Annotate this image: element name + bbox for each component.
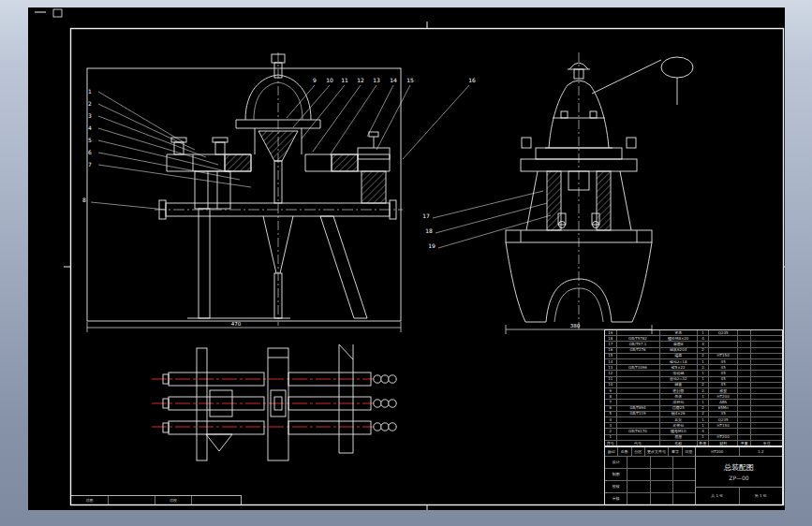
signature-name (627, 469, 650, 480)
signature-label: 审核 (605, 493, 627, 504)
strip-cell: 描校 (155, 496, 193, 504)
signature-row: 设计 (605, 457, 695, 469)
bom-cell-rem (751, 365, 782, 370)
sheet-total-cell: 共 1 张 (696, 488, 740, 504)
bom-cell-mat: 橡胶 (709, 388, 738, 393)
bom-cell-mat: Q235 (709, 330, 738, 335)
bom-cell-no: 5 (605, 412, 617, 416)
change-record-row: 标记 处数 分区 更改文件号 签字 日期 (605, 447, 695, 457)
bom-cell-mat: HT150 (709, 354, 738, 358)
signature-name (627, 493, 650, 504)
bom-cell-wt (738, 435, 751, 440)
bom-cell-rem (751, 354, 782, 358)
callout-number: 17 (422, 212, 430, 219)
scale-cell: 1:2 (740, 447, 783, 456)
bom-cell-rem (751, 342, 782, 346)
bom-cell-name: 密封圈 (660, 388, 698, 393)
bom-cell-code (617, 377, 660, 382)
bom-cell-qty: 2 (698, 354, 710, 358)
bom-cell-no: 7 (605, 400, 617, 404)
bom-cell-code (617, 423, 660, 428)
signature-name (627, 457, 650, 468)
bom-cell-qty: 4 (698, 336, 710, 341)
bom-cell-wt (738, 354, 751, 358)
bom-cell-wt (738, 417, 751, 422)
bom-cell-mat: 35 (709, 412, 738, 416)
bom-cell-mat: HT200 (709, 435, 738, 440)
bom-cell-qty: 4 (698, 429, 710, 433)
bom-cell-rem (751, 400, 782, 404)
drawing-title: 总装配图 (724, 462, 754, 473)
bom-cell-no: 9 (605, 388, 617, 393)
signature-sign (651, 469, 673, 480)
drawing-title-cell: 总装配图 ZP—00 (696, 457, 782, 488)
bom-cell-name: 轴承6204 (660, 348, 698, 353)
bom-cell-code: GB/T97.1 (617, 342, 660, 346)
callout-number: 2 (88, 100, 92, 107)
callout-number: 10 (326, 77, 333, 83)
bom-cell-wt (738, 377, 751, 382)
change-cell: 标记 (605, 447, 618, 456)
bom-cell-name: 端盖 (660, 354, 698, 358)
signature-sign (651, 493, 673, 504)
bom-cell-name: 链轮z=18 (660, 359, 698, 364)
callout-number: 16 (468, 77, 476, 83)
front-callout-numbers: 1 2 3 4 5 6 7 8 9 10 11 12 13 14 15 16 4… (82, 77, 476, 327)
bom-row: 1 底座 1 HT200 (605, 435, 782, 441)
bom-cell-name: 壳体 (660, 394, 698, 399)
bom-cell-code (617, 354, 660, 358)
top-transmission-view (152, 344, 397, 460)
bom-cell-no: 4 (605, 417, 617, 422)
signature-row: 制图 (605, 469, 695, 481)
cad-viewer-background: 1 2 3 4 5 6 7 8 9 10 11 12 13 14 15 16 4… (0, 0, 812, 526)
callout-number: 13 (373, 77, 380, 83)
bom-cell-rem (751, 348, 782, 353)
bom-cell-wt (738, 412, 751, 416)
bom-cell-name: 底座 (660, 435, 698, 440)
bom-cell-wt (738, 429, 751, 433)
bom-cell-wt (738, 359, 751, 364)
bom-cell-no: 10 (605, 383, 617, 387)
bom-cell-qty: 2 (698, 383, 710, 387)
bom-cell-mat (709, 342, 738, 346)
bom-cell-qty: 1 (698, 417, 710, 422)
bom-cell-code (617, 388, 660, 393)
bom-cell-mat: 45 (709, 365, 738, 370)
bom-cell-name: 螺栓M8×20 (660, 336, 698, 341)
signature-row: 校核 (605, 481, 695, 493)
bom-cell-code (617, 417, 660, 422)
callout-number: 7 (88, 161, 92, 168)
bom-cell-qty: 4 (698, 342, 710, 346)
bom-cell-code (617, 330, 660, 335)
title-block: 标记 处数 分区 更改文件号 签字 日期 设计 制图 (604, 446, 783, 505)
bom-cell-no: 1 (605, 435, 617, 440)
front-section-view (87, 52, 403, 332)
bom-cell-rem (751, 406, 782, 411)
bom-cell-no: 16 (605, 348, 617, 353)
bom-cell-mat: 45 (709, 383, 738, 387)
callout-number: 12 (357, 77, 364, 83)
bom-cell-mat: HT200 (709, 394, 738, 399)
bom-cell-mat (709, 429, 738, 433)
signature-label: 校核 (605, 481, 627, 492)
bom-cell-rem (751, 394, 782, 399)
bom-cell-no: 17 (605, 342, 617, 346)
bom-cell-no: 12 (605, 371, 617, 375)
bom-cell-wt (738, 388, 751, 393)
bom-cell-qty: 1 (698, 330, 710, 335)
bom-cell-code: GB/T1096 (617, 365, 660, 370)
sheet-number-cell: 第 1 张 (740, 488, 783, 504)
front-dimension (87, 322, 401, 332)
bom-cell-wt (738, 348, 751, 353)
callout-number: 8 (82, 197, 86, 203)
bom-cell-mat: HT150 (709, 423, 738, 428)
bom-cell-wt (738, 371, 751, 375)
strip-cell: 描图 (71, 496, 109, 504)
callout-number: 19 (428, 242, 436, 249)
bom-cell-rem (751, 388, 782, 393)
bom-cell-rem (751, 371, 782, 375)
change-cell: 签字 (669, 447, 682, 456)
material-scale-row: HT200 1:2 (696, 447, 782, 457)
side-callout-leaders (433, 191, 551, 248)
callout-number: 6 (88, 149, 92, 155)
